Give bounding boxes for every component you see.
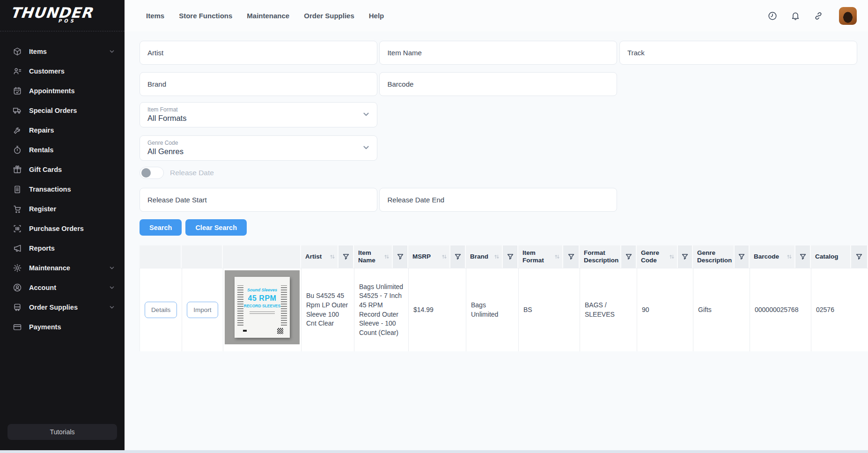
customers-icon bbox=[13, 67, 22, 76]
header-format-description[interactable]: Format Description bbox=[580, 245, 621, 268]
sidebar-item-label: Account bbox=[29, 284, 109, 291]
header-item-format[interactable]: Item Format bbox=[518, 245, 563, 268]
genre-code-select[interactable]: Genre Code All Genres bbox=[140, 135, 377, 161]
sidebar-item-repairs[interactable]: Repairs bbox=[0, 120, 125, 140]
sort-icon bbox=[786, 253, 793, 260]
sidebar-item-rentals[interactable]: Rentals bbox=[0, 140, 125, 160]
sort-icon bbox=[329, 253, 336, 260]
brand-input[interactable] bbox=[140, 72, 377, 96]
sidebar-item-label: Purchase Orders bbox=[29, 225, 115, 232]
filter-genre-code[interactable] bbox=[678, 245, 693, 268]
header-item-name[interactable]: Item Name bbox=[354, 245, 393, 268]
sidebar-item-label: Payments bbox=[29, 323, 115, 331]
sidebar-item-register[interactable]: Register bbox=[0, 199, 125, 219]
item-name-input[interactable] bbox=[379, 41, 617, 65]
topnav-maintenance[interactable]: Maintenance bbox=[247, 12, 289, 20]
sidebar-menu: Items Customers Appointments Special Ord… bbox=[0, 31, 125, 337]
header-genre-code[interactable]: Genre Code bbox=[637, 245, 678, 268]
logo-title: THUNDER bbox=[9, 6, 93, 20]
sidebar-item-label: Customers bbox=[29, 67, 115, 75]
filter-funnel-icon bbox=[507, 253, 514, 260]
sidebar-item-customers[interactable]: Customers bbox=[0, 61, 125, 81]
header-catalog[interactable]: Catalog bbox=[811, 245, 851, 268]
link-icon[interactable] bbox=[813, 11, 824, 21]
barcode-input[interactable] bbox=[379, 72, 617, 96]
filter-item-format[interactable] bbox=[563, 245, 580, 268]
genre-code-value: All Genres bbox=[147, 147, 362, 156]
details-button[interactable]: Details bbox=[145, 302, 177, 318]
artist-input[interactable] bbox=[140, 41, 377, 65]
sidebar-item-appointments[interactable]: Appointments bbox=[0, 81, 125, 101]
cell-brand: Bags Unlimited bbox=[466, 268, 519, 351]
item-format-label: Item Format bbox=[147, 106, 362, 113]
item-format-value: All Formats bbox=[147, 114, 362, 123]
filter-funnel-icon bbox=[855, 253, 863, 260]
sidebar-item-maintenance[interactable]: Maintenance bbox=[0, 258, 125, 278]
sidebar: THUNDER POS Items Customers Appointments… bbox=[0, 0, 125, 450]
notifications-bell-icon[interactable] bbox=[790, 11, 801, 21]
product-image-maker-logo bbox=[243, 330, 247, 332]
track-input[interactable] bbox=[619, 41, 857, 65]
topnav-store-functions[interactable]: Store Functions bbox=[179, 12, 232, 20]
history-clock-icon[interactable] bbox=[767, 11, 778, 21]
sidebar-item-items[interactable]: Items bbox=[0, 42, 125, 61]
product-image-subtitle: RECORD SLEEVES bbox=[244, 304, 280, 309]
sidebar-item-label: Order Supplies bbox=[29, 304, 109, 311]
horizontal-scrollbar[interactable] bbox=[0, 450, 868, 453]
sort-icon bbox=[441, 253, 448, 260]
header-barcode[interactable]: Barcode bbox=[750, 245, 795, 268]
search-button[interactable]: Search bbox=[140, 219, 182, 236]
header-msrp[interactable]: MSRP bbox=[408, 245, 450, 268]
sidebar-item-order-supplies[interactable]: Order Supplies bbox=[0, 297, 125, 317]
clear-search-button[interactable]: Clear Search bbox=[185, 219, 247, 236]
sidebar-item-payments[interactable]: Payments bbox=[0, 317, 125, 337]
topnav-help[interactable]: Help bbox=[369, 12, 384, 20]
sidebar-item-label: Items bbox=[29, 48, 109, 55]
cell-item-name: Bags Unlimited S4525 - 7 Inch 45 RPM Rec… bbox=[354, 268, 409, 351]
calendar-check-icon bbox=[13, 86, 22, 96]
sidebar-item-account[interactable]: Account bbox=[0, 278, 125, 297]
header-image-column bbox=[223, 245, 301, 268]
import-button[interactable]: Import bbox=[187, 302, 218, 318]
bus-icon bbox=[13, 303, 22, 312]
header-artist[interactable]: Artist bbox=[301, 245, 338, 268]
tutorials-button[interactable]: Tutorials bbox=[7, 424, 117, 440]
topnav-order-supplies[interactable]: Order Supplies bbox=[304, 12, 354, 20]
release-date-toggle[interactable] bbox=[140, 167, 164, 179]
header-genre-description[interactable]: Genre Description bbox=[693, 245, 735, 268]
sidebar-item-reports[interactable]: Reports bbox=[0, 238, 125, 258]
product-image-script-text: Sound Sleeves bbox=[247, 287, 277, 293]
release-date-toggle-row: Release Date bbox=[140, 167, 868, 179]
cell-format-description: BAGS / SLEEVES bbox=[580, 268, 637, 351]
receipt-icon bbox=[13, 185, 22, 194]
filter-brand[interactable] bbox=[503, 245, 518, 268]
product-image-title: 45 RPM bbox=[248, 293, 277, 304]
sidebar-item-transactions[interactable]: Transactions bbox=[0, 179, 125, 199]
table-row: Details Import Sound Sleeves 45 RPM RECO… bbox=[140, 268, 868, 351]
search-actions: Search Clear Search bbox=[140, 219, 868, 236]
filter-funnel-icon bbox=[738, 253, 745, 260]
filter-funnel-icon bbox=[625, 253, 633, 260]
sidebar-item-special-orders[interactable]: Special Orders bbox=[0, 101, 125, 120]
account-icon bbox=[13, 283, 22, 292]
sidebar-item-purchase-orders[interactable]: Purchase Orders bbox=[0, 219, 125, 238]
sidebar-item-label: Maintenance bbox=[29, 264, 109, 272]
megaphone-icon bbox=[13, 244, 22, 253]
filter-msrp[interactable] bbox=[450, 245, 466, 268]
sort-icon bbox=[669, 253, 675, 260]
header-brand[interactable]: Brand bbox=[466, 245, 503, 268]
filter-catalog[interactable] bbox=[851, 245, 868, 268]
release-date-end-input[interactable] bbox=[379, 188, 617, 212]
filter-barcode[interactable] bbox=[795, 245, 811, 268]
cell-genre-code: 90 bbox=[637, 268, 693, 351]
sidebar-item-gift-cards[interactable]: Gift Cards bbox=[0, 160, 125, 179]
filter-format-description[interactable] bbox=[621, 245, 637, 268]
user-avatar[interactable] bbox=[839, 7, 857, 25]
filter-genre-description[interactable] bbox=[735, 245, 750, 268]
filter-item-name[interactable] bbox=[393, 245, 408, 268]
sort-icon bbox=[383, 253, 390, 260]
release-date-start-input[interactable] bbox=[140, 188, 377, 212]
filter-artist[interactable] bbox=[338, 245, 354, 268]
topnav-items[interactable]: Items bbox=[146, 12, 164, 20]
item-format-select[interactable]: Item Format All Formats bbox=[140, 102, 377, 127]
